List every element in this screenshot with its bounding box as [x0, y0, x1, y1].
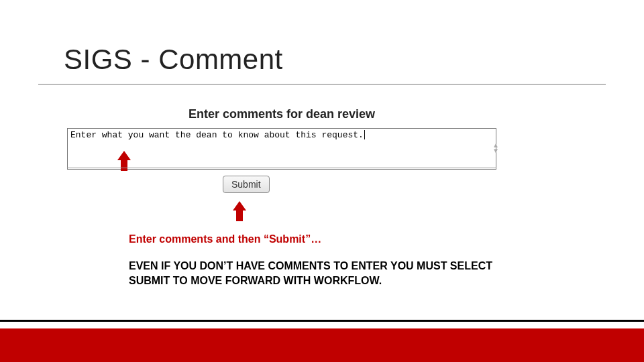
slide-title: SIGS - Comment [64, 44, 283, 76]
submit-area: Submit [223, 176, 270, 193]
slide: SIGS - Comment Enter comments for dean r… [0, 0, 644, 362]
caption-instruction-red: Enter comments and then “Submit”… [129, 233, 321, 245]
text-caret [364, 130, 365, 139]
title-underline [38, 84, 606, 85]
form-screenshot: Enter comments for dean review Enter wha… [67, 107, 496, 170]
section-heading: Enter comments for dean review [67, 107, 496, 121]
caption-instruction-black: EVEN IF YOU DON’T HAVE COMMENTS TO ENTER… [129, 259, 525, 288]
comments-value: Enter what you want the dean to know abo… [70, 130, 364, 140]
divider [67, 168, 496, 168]
comments-textarea[interactable]: Enter what you want the dean to know abo… [67, 128, 496, 170]
footer-bar [0, 328, 644, 362]
submit-button[interactable]: Submit [223, 176, 270, 193]
scroll-handle-icon[interactable]: ▲▼ [494, 143, 498, 154]
footer-divider [0, 320, 644, 322]
arrow-up-icon [233, 201, 246, 221]
